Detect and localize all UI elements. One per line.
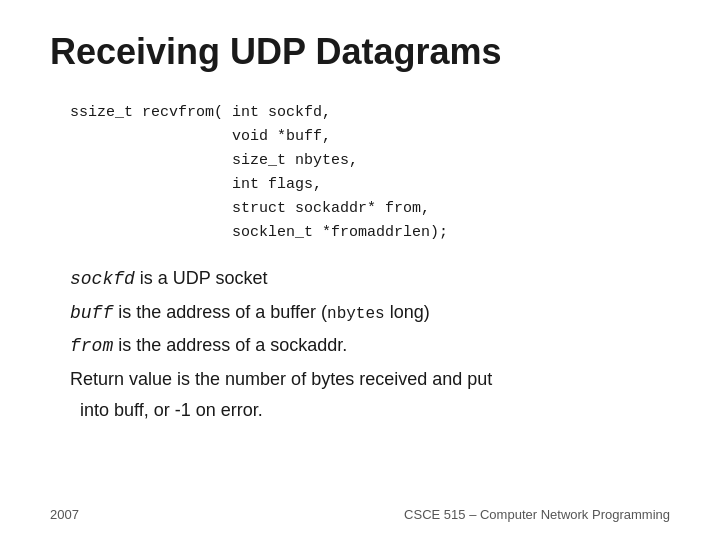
footer-course: CSCE 515 – Computer Network Programming [404,507,670,522]
footer: 2007 CSCE 515 – Computer Network Program… [50,507,670,522]
slide: Receiving UDP Datagrams ssize_t recvfrom… [0,0,720,540]
from-text: is the address of a sockaddr. [118,335,347,355]
description-section: sockfd is a UDP socket buff is the addre… [70,263,670,425]
code-line-1: ssize_t recvfrom( int sockfd, [70,101,670,125]
nbytes-code: nbytes [327,305,385,323]
sockfd-text: is a UDP socket [140,268,268,288]
desc-return: Return value is the number of bytes rece… [70,364,670,425]
code-line-4: int flags, [70,173,670,197]
code-block: ssize_t recvfrom( int sockfd, void *buff… [70,101,670,245]
from-code: from [70,336,113,356]
code-line-5: struct sockaddr* from, [70,197,670,221]
return-text: Return value is the number of bytes rece… [70,369,492,420]
code-line-2: void *buff, [70,125,670,149]
code-line-6: socklen_t *fromaddrlen); [70,221,670,245]
buff-text: is the address of a buffer ( [118,302,327,322]
buff-code: buff [70,303,113,323]
desc-from: from is the address of a sockaddr. [70,330,670,362]
footer-year: 2007 [50,507,79,522]
desc-buff: buff is the address of a buffer (nbytes … [70,297,670,329]
desc-sockfd: sockfd is a UDP socket [70,263,670,295]
buff-text-after: long) [385,302,430,322]
sockfd-code: sockfd [70,269,135,289]
slide-title: Receiving UDP Datagrams [50,30,670,73]
code-line-3: size_t nbytes, [70,149,670,173]
